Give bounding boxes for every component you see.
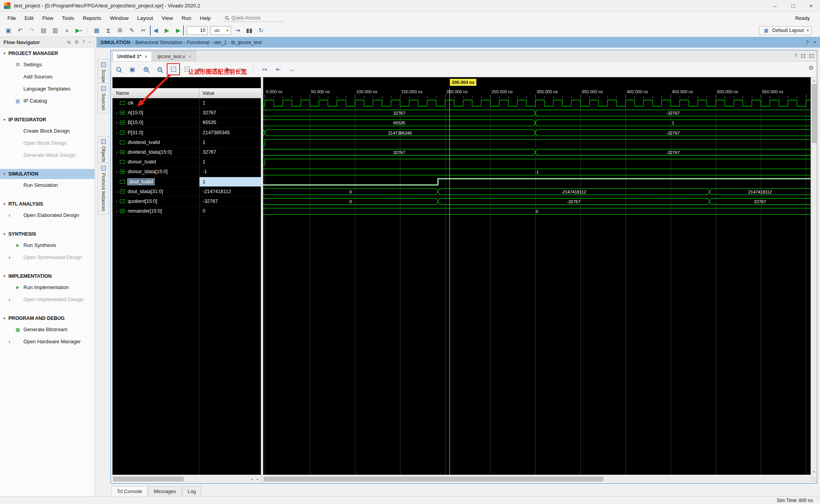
name-panel-hscrollbar[interactable]: ◂ ▸ (112, 476, 261, 482)
fn-item-generate-bitstream[interactable]: ▦Generate Bitstream (0, 323, 94, 335)
bottom-tab-tcl-console[interactable]: Tcl Console (111, 486, 148, 496)
menu-edit[interactable]: Edit (20, 12, 38, 24)
signal-row-b-15-0[interactable]: ›B[15:0]65535 (112, 118, 261, 128)
run-dropdown-caret[interactable]: ▾ (80, 29, 82, 32)
fn-item-open-synthesized-design[interactable]: ›Open Synthesized Design (0, 251, 94, 263)
fn-item-open-elaborated-design[interactable]: ›Open Elaborated Design (0, 209, 94, 221)
fn-item-run-synthesis[interactable]: ▶Run Synthesis (0, 239, 94, 251)
fn-item-add-sources[interactable]: Add Sources (0, 71, 94, 83)
find-icon[interactable] (114, 65, 123, 74)
fn-item-ip-catalog[interactable]: ▤IP Catalog (0, 95, 94, 107)
time-unit-select[interactable]: us ▾ (210, 26, 231, 35)
fn-item-generate-block-design[interactable]: Generate Block Design (0, 149, 94, 161)
side-tab-objects[interactable]: Objects (98, 136, 109, 165)
fn-item-run-simulation[interactable]: Run Simulation (0, 179, 94, 191)
signal-row-divisor-tdata-15-0[interactable]: ›divisor_tdata[15:0]-1 (112, 167, 261, 177)
float-icon[interactable] (801, 54, 805, 58)
restart-sim-button[interactable]: ◀ (150, 25, 160, 35)
fn-item-open-implemented-design[interactable]: ›Open Implemented Design (0, 293, 94, 305)
wave-hscrollbar[interactable] (263, 476, 811, 482)
wave-settings-gear-icon[interactable]: ⚙ (809, 64, 814, 71)
go-to-start-icon[interactable]: ↦ (260, 65, 269, 74)
help-icon[interactable]: ? (794, 53, 797, 59)
scroll-down-icon[interactable]: ▾ (811, 469, 817, 475)
wave-clk[interactable] (263, 100, 811, 106)
wave-dividend-tdata-15-0[interactable] (263, 149, 811, 156)
maximize-button[interactable]: □ (784, 0, 802, 11)
layout-selector[interactable]: ▦ Default Layout ▾ (759, 26, 811, 35)
editor-tab-ipcore-test-v[interactable]: ipcore_test.v× (153, 51, 196, 61)
bottom-tab-log[interactable]: Log (182, 486, 201, 496)
relaunch-button[interactable]: ↻ (256, 25, 266, 35)
close-tab-icon[interactable]: × (189, 54, 191, 59)
wave-a-15-0[interactable] (263, 110, 811, 116)
side-tab-scope[interactable]: Scope (98, 59, 109, 86)
wave-b-15-0[interactable] (263, 120, 811, 126)
run-for-time-button[interactable]: ▶ (173, 25, 184, 35)
breakpoint-button[interactable]: ✂ (138, 25, 149, 35)
signal-row-a-15-0[interactable]: ›A[15:0]32767 (112, 108, 261, 118)
collapse-icon[interactable]: ‒ (88, 39, 91, 45)
menu-run[interactable]: Run (177, 12, 196, 24)
wave-dividend-tvalid[interactable] (263, 139, 811, 146)
fn-section-header-ip-integrator[interactable]: ▾IP INTEGRATOR (0, 115, 94, 125)
toggle-icon[interactable]: ⇆ (67, 39, 71, 45)
signal-row-dout-tdata-31-0[interactable]: ›dout_tdata[31:0]-2147418112 (112, 187, 261, 197)
pause-button[interactable]: ▮▮ (244, 25, 255, 35)
quick-access-search[interactable] (223, 14, 283, 22)
save-button[interactable]: ▣ (3, 25, 14, 35)
minimize-button[interactable]: – (766, 0, 784, 11)
menu-view[interactable]: View (157, 12, 177, 24)
value-column-header[interactable]: Value (199, 88, 261, 98)
help-icon[interactable]: ? (82, 39, 85, 45)
signal-row-divisor-tvalid[interactable]: divisor_tvalid1 (112, 157, 261, 167)
side-tab-protocol-instances[interactable]: Protocol Instances (98, 163, 109, 215)
settings-gears-button[interactable]: ⚙ (115, 25, 125, 35)
name-column-header[interactable]: Name (112, 88, 199, 98)
report-button[interactable]: Σ (103, 25, 114, 35)
cursor-time-label[interactable]: 205.004 ns (450, 79, 476, 86)
fn-item-language-templates[interactable]: Language Templates (0, 83, 94, 95)
sim-time-input[interactable] (187, 26, 208, 35)
scrollbar-thumb[interactable] (264, 477, 603, 481)
signal-row-dout-tvalid[interactable]: dout_tvalid1 (112, 177, 261, 187)
gear-icon[interactable]: ⚙ (75, 39, 79, 45)
scroll-up-icon[interactable]: ▴ (811, 77, 817, 83)
wave-divisor-tvalid[interactable] (263, 159, 811, 165)
fn-item-create-block-design[interactable]: Create Block Design (0, 125, 94, 137)
edit-button[interactable]: ✎ (127, 25, 137, 35)
close-tab-icon[interactable]: × (145, 54, 147, 59)
scrollbar-thumb[interactable] (113, 477, 184, 481)
side-tab-sources[interactable]: Sources (98, 83, 109, 114)
signal-row-dividend-tdata-15-0[interactable]: ›dividend_tdata[15:0]32767 (112, 147, 261, 157)
signal-row-p-31-0[interactable]: ›P[31:0]2147385345 (112, 128, 261, 138)
fn-section-header-synthesis[interactable]: ▾SYNTHESIS (0, 229, 94, 239)
vertical-scrollbar[interactable]: ▴ ▾ (811, 77, 817, 475)
wave-dout-tdata-31-0[interactable] (263, 188, 811, 195)
menu-flow[interactable]: Flow (38, 12, 58, 24)
delete-button[interactable]: × (62, 25, 72, 35)
waveform-canvas[interactable]: 0.000 ns50.000 ns100.000 ns150.000 ns200… (263, 88, 811, 475)
zoom-out-icon[interactable]: − (155, 65, 164, 74)
fn-section-header-rtl-analysis[interactable]: ▾RTL ANALYSIS (0, 199, 94, 209)
wave-dout-tvalid[interactable] (263, 179, 811, 185)
undo-button[interactable]: ↶ (15, 25, 25, 35)
help-icon[interactable]: ? (806, 40, 809, 45)
run-all-button[interactable]: ▶ (162, 25, 172, 35)
fn-section-header-project-manager[interactable]: ▾PROJECT MANAGER (0, 48, 94, 59)
menu-reports[interactable]: Reports (78, 12, 105, 24)
run-button[interactable]: ▶▾ (73, 25, 84, 35)
editor-tab-untitled-1[interactable]: Untitled 1*× (112, 51, 152, 61)
quick-access-input[interactable] (231, 15, 277, 21)
copy-button[interactable]: ▤ (38, 25, 49, 35)
step-button[interactable]: ⇥ (232, 25, 243, 35)
redo-button[interactable]: ↷ (27, 25, 37, 35)
bottom-tab-messages[interactable]: Messages (148, 486, 182, 496)
waveform-plot-area[interactable]: 205.004 ns 0.000 ns50.000 ns100.000 ns15… (263, 77, 811, 475)
go-to-end-icon[interactable]: ⇤ (274, 65, 283, 74)
menu-file[interactable]: File (3, 12, 20, 24)
fn-section-header-program-and-debug[interactable]: ▾PROGRAM AND DEBUG (0, 313, 94, 323)
fn-item-open-hardware-manager[interactable]: ›Open Hardware Manager (0, 335, 94, 348)
signal-row-quotient-15-0[interactable]: ›quotient[15:0]-32767 (112, 197, 261, 206)
scroll-right-icon[interactable]: ▸ (255, 476, 261, 482)
